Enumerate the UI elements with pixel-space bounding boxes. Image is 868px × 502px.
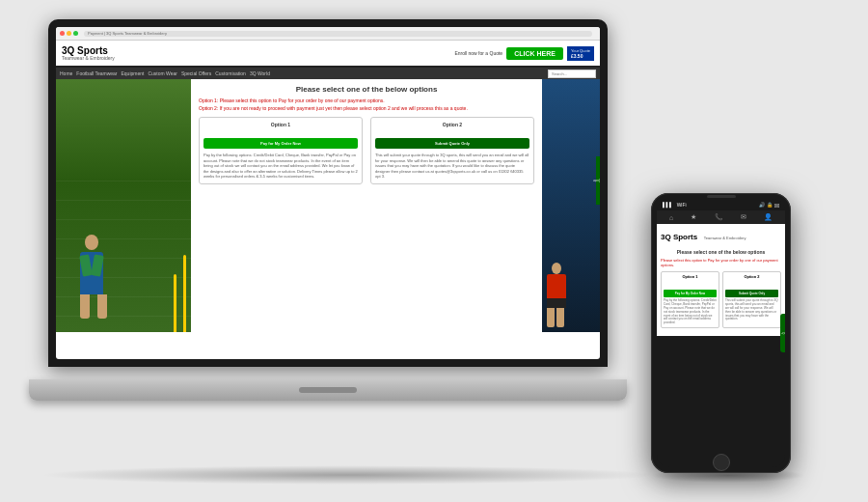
phone-screen: ▌▌▌ WiFi 🔊 🔒 [|||] ⌂ ★ 📞 ✉ 👤 bbox=[657, 199, 785, 467]
option1-label: Option 1 bbox=[203, 122, 358, 127]
site-content: Please select one of the below options O… bbox=[56, 79, 600, 332]
player-figure bbox=[80, 235, 107, 322]
site-logo: 3Q Sports Teamwear & Embroidery bbox=[62, 46, 115, 61]
site-nav: Home Football Teamwear Equipment Custom … bbox=[56, 68, 600, 79]
site-logo-main: 3Q Sports bbox=[62, 46, 115, 56]
nav-3qworld[interactable]: 3Q World bbox=[250, 70, 270, 76]
left-image bbox=[56, 79, 191, 332]
options-row: Option 1 Pay for My Order Now Pay by the… bbox=[199, 117, 534, 184]
laptop-screen-outer: Payment | 3Q Sports Teamwear & Embroider… bbox=[48, 19, 608, 367]
click-here-banner[interactable]: CLICK HERE bbox=[506, 47, 563, 60]
nav-phone-icon[interactable]: 📞 bbox=[715, 213, 723, 221]
wifi-icon: WiFi bbox=[677, 202, 687, 208]
phone-outer: ▌▌▌ WiFi 🔊 🔒 [|||] ⌂ ★ 📞 ✉ 👤 bbox=[651, 193, 791, 473]
signal-icon: ▌▌▌ bbox=[663, 202, 673, 208]
option1-subtitle: Option 1: Please select this option to P… bbox=[199, 98, 534, 103]
laptop-sidebar-tab[interactable]: Get Quote bbox=[596, 156, 600, 205]
phone-speaker bbox=[707, 195, 736, 198]
phone-logo: 3Q Sports Teamwear & Embroidery bbox=[661, 226, 746, 243]
lock-icon: 🔒 bbox=[767, 202, 773, 208]
option1-text: Pay by the following options: Credit/Deb… bbox=[203, 153, 358, 180]
quote-box: Your Quote £3.50 bbox=[567, 46, 594, 61]
scene: Payment | 3Q Sports Teamwear & Embroider… bbox=[0, 0, 868, 502]
player2-figure bbox=[547, 263, 566, 327]
nav-star-icon[interactable]: ★ bbox=[691, 213, 696, 221]
phone-option2-label: Option 2 bbox=[725, 274, 778, 279]
phone-home-button[interactable] bbox=[713, 454, 730, 471]
phone-site-header: 3Q Sports Teamwear & Embroidery bbox=[657, 224, 785, 245]
option2-text: This will submit your quote through to 3… bbox=[375, 153, 529, 180]
browser-close-dot bbox=[60, 31, 65, 36]
site-logo-sub: Teamwear & Embroidery bbox=[62, 56, 115, 61]
phone-nav-bar: ⌂ ★ 📞 ✉ 👤 bbox=[657, 210, 785, 224]
sidebar-tab-text: Get Quote bbox=[593, 179, 600, 182]
phone-options: Option 1 Pay for My Order Now Pay by the… bbox=[661, 271, 781, 328]
url-bar[interactable]: Payment | 3Q Sports Teamwear & Embroider… bbox=[88, 31, 167, 36]
submit-quote-button[interactable]: Submit Quote Only bbox=[375, 138, 529, 149]
phone-sidebar-tab-text: Q bbox=[781, 332, 785, 334]
phone-page-title: Please select one of the below options bbox=[661, 249, 781, 255]
option1-box: Option 1 Pay for My Order Now Pay by the… bbox=[199, 117, 363, 184]
phone-sidebar-tab[interactable]: Q bbox=[780, 314, 785, 352]
browser-maximize-dot bbox=[73, 31, 78, 36]
browser-minimize-dot bbox=[67, 31, 71, 36]
main-content: Please select one of the below options O… bbox=[191, 79, 542, 332]
option2-subtitle: Option 2: If you are not ready to procee… bbox=[199, 105, 534, 111]
phone: ▌▌▌ WiFi 🔊 🔒 [|||] ⌂ ★ 📞 ✉ 👤 bbox=[651, 193, 791, 473]
nav-special[interactable]: Special Offers bbox=[181, 70, 211, 76]
phone-option2: Option 2 Submit Quote Only This will sub… bbox=[722, 271, 781, 328]
phone-status-icons: ▌▌▌ WiFi bbox=[663, 202, 687, 208]
laptop-shadow bbox=[39, 465, 656, 485]
nav-home[interactable]: Home bbox=[60, 70, 72, 76]
phone-logo-main: 3Q Sports bbox=[661, 233, 697, 241]
search-input[interactable] bbox=[548, 70, 596, 78]
nav-person-icon[interactable]: 👤 bbox=[764, 213, 773, 221]
phone-option1-label: Option 1 bbox=[664, 274, 717, 279]
phone-pay-button[interactable]: Pay for My Order Now bbox=[664, 290, 717, 297]
phone-right-status: 🔊 🔒 [|||] bbox=[759, 202, 779, 208]
pay-now-button[interactable]: Pay for My Order Now bbox=[203, 138, 358, 149]
site-header: 3Q Sports Teamwear & Embroidery Enroll n… bbox=[56, 41, 600, 68]
nav-equipment[interactable]: Equipment bbox=[122, 70, 145, 76]
laptop: Payment | 3Q Sports Teamwear & Embroider… bbox=[48, 19, 646, 434]
option2-label: Option 2 bbox=[375, 122, 529, 127]
nav-customisation[interactable]: Customisation bbox=[215, 70, 246, 76]
right-image bbox=[542, 79, 600, 332]
quote-amount: £3.50 bbox=[571, 53, 590, 59]
option2-box: Option 2 Submit Quote Only This will sub… bbox=[370, 117, 534, 184]
nav-custom[interactable]: Custom Wear bbox=[148, 70, 176, 76]
quote-label: Your Quote bbox=[571, 48, 590, 53]
battery-icon: [|||] bbox=[774, 203, 779, 208]
phone-quote-button[interactable]: Submit Quote Only bbox=[725, 290, 778, 297]
phone-subtitle: Please select this option to Pay for you… bbox=[661, 258, 781, 267]
laptop-base bbox=[29, 379, 627, 401]
nav-teamwear[interactable]: Football Teamwear bbox=[76, 70, 117, 76]
phone-option2-text: This will submit your quote through to 3… bbox=[725, 299, 778, 321]
phone-option1-text: Pay by the following options: Credit/Deb… bbox=[664, 299, 717, 325]
phone-status-bar: ▌▌▌ WiFi 🔊 🔒 [|||] bbox=[657, 199, 785, 210]
header-right: Enroll now for a Quote CLICK HERE Your Q… bbox=[454, 46, 594, 61]
speaker-icon: 🔊 bbox=[759, 202, 765, 208]
laptop-screen: Payment | 3Q Sports Teamwear & Embroider… bbox=[56, 27, 600, 359]
enroll-text: Enroll now for a Quote bbox=[454, 50, 502, 56]
phone-logo-sub: Teamwear & Embroidery bbox=[704, 236, 746, 240]
laptop-body: Payment | 3Q Sports Teamwear & Embroider… bbox=[48, 19, 646, 401]
browser-bar: Payment | 3Q Sports Teamwear & Embroider… bbox=[56, 27, 600, 41]
nav-home-icon[interactable]: ⌂ bbox=[669, 214, 673, 221]
phone-content: Please select one of the below options P… bbox=[657, 245, 785, 336]
click-here-text: CLICK HERE bbox=[514, 50, 556, 57]
phone-option1: Option 1 Pay for My Order Now Pay by the… bbox=[661, 271, 719, 328]
nav-email-icon[interactable]: ✉ bbox=[741, 213, 746, 221]
page-title: Please select one of the below options bbox=[199, 85, 534, 94]
